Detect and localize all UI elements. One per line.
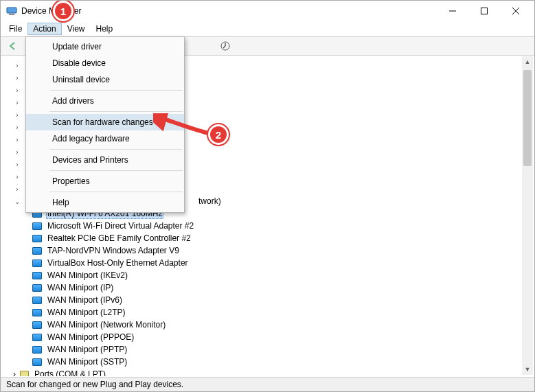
ports-icon xyxy=(20,371,29,377)
network-adapter-icon xyxy=(32,272,42,279)
close-button[interactable] xyxy=(500,1,532,21)
menu-separator xyxy=(49,90,183,91)
tree-item-label: Microsoft Wi-Fi Direct Virtual Adapter #… xyxy=(46,221,195,231)
tree-item-label: VirtualBox Host-Only Ethernet Adapter xyxy=(46,258,190,268)
menu-update-driver[interactable]: Update driver xyxy=(26,38,184,55)
chevron-right-icon: › xyxy=(13,124,21,131)
toolbar-icon[interactable] xyxy=(217,38,234,54)
tree-item-network-adapter[interactable]: WAN Miniport (IPv6) xyxy=(32,294,534,306)
annotation-callout-1: 1 xyxy=(53,1,73,21)
back-button[interactable] xyxy=(5,38,21,54)
tree-item-network-adapter[interactable]: Realtek PCIe GbE Family Controller #2 xyxy=(32,232,534,244)
tree-item-label: WAN Miniport (SSTP) xyxy=(46,357,128,367)
tree-item-network-adapter[interactable]: WAN Miniport (L2TP) xyxy=(32,306,534,319)
tree-item-label: WAN Miniport (IP) xyxy=(46,283,115,292)
annotation-callout-2: 2 xyxy=(208,124,229,145)
minimize-button[interactable] xyxy=(437,1,468,21)
menu-file[interactable]: File xyxy=(3,23,27,35)
chevron-right-icon: › xyxy=(13,62,21,69)
tree-node-ports[interactable]: › Ports (COM & LPT) xyxy=(13,368,534,376)
menu-bar: File Action View Help xyxy=(1,21,534,36)
network-adapter-icon xyxy=(32,284,42,292)
tree-item-network-adapter[interactable]: WAN Miniport (SSTP) xyxy=(32,356,534,368)
tree-item-network-adapter[interactable]: WAN Miniport (Network Monitor) xyxy=(32,319,534,331)
app-icon xyxy=(6,5,17,16)
menu-add-drivers[interactable]: Add drivers xyxy=(26,93,184,109)
chevron-right-icon: › xyxy=(13,136,21,143)
tree-item-label: WAN Miniport (Network Monitor) xyxy=(46,320,167,330)
tree-item-label: WAN Miniport (L2TP) xyxy=(46,308,127,317)
chevron-right-icon: › xyxy=(13,148,21,156)
tree-item-network-adapter[interactable]: VirtualBox Host-Only Ethernet Adapter xyxy=(32,257,534,269)
menu-separator xyxy=(49,192,183,192)
scroll-up-button[interactable]: ▲ xyxy=(522,56,533,67)
tree-item-label: TAP-NordVPN Windows Adapter V9 xyxy=(46,246,181,255)
annotation-arrow xyxy=(153,113,215,141)
network-adapter-icon xyxy=(32,346,42,354)
svg-rect-1 xyxy=(9,14,14,15)
menu-devices-and-printers[interactable]: Devices and Printers xyxy=(26,152,184,168)
vertical-scrollbar[interactable]: ▲ ▼ xyxy=(522,56,533,375)
network-adapter-icon xyxy=(32,235,42,242)
tree-item-network-adapter[interactable]: Microsoft Wi-Fi Direct Virtual Adapter #… xyxy=(32,220,534,232)
chevron-right-icon: › xyxy=(13,99,21,106)
chevron-down-icon: ⌄ xyxy=(13,198,21,205)
menu-view[interactable]: View xyxy=(62,23,91,35)
tree-item-network-adapter[interactable]: WAN Miniport (IP) xyxy=(32,281,534,294)
tree-item-label: WAN Miniport (PPPOE) xyxy=(46,332,135,342)
tree-item-network-adapter[interactable]: TAP-NordVPN Windows Adapter V9 xyxy=(32,244,534,257)
network-adapter-icon xyxy=(32,334,42,341)
menu-properties[interactable]: Properties xyxy=(26,173,184,189)
chevron-right-icon: › xyxy=(13,161,21,168)
tree-item-network-adapter[interactable]: WAN Miniport (IKEv2) xyxy=(32,269,534,281)
menu-action[interactable]: Action xyxy=(27,23,61,35)
scroll-down-button[interactable]: ▼ xyxy=(522,364,533,375)
menu-separator xyxy=(49,170,183,171)
chevron-right-icon: › xyxy=(13,87,21,94)
chevron-right-icon: › xyxy=(13,369,16,376)
tree-item-label: WAN Miniport (IPv6) xyxy=(46,295,124,305)
status-bar: Scan for changed or new Plug and Play de… xyxy=(1,377,534,391)
chevron-right-icon: › xyxy=(13,111,21,119)
maximize-button[interactable] xyxy=(468,1,500,21)
svg-rect-0 xyxy=(7,8,16,13)
network-adapter-icon xyxy=(32,222,42,230)
tree-node-label: Ports (COM & LPT) xyxy=(33,369,107,376)
menu-separator xyxy=(49,149,183,150)
menu-disable-device[interactable]: Disable device xyxy=(26,55,184,71)
tree-item-label: WAN Miniport (IKEv2) xyxy=(46,270,129,280)
title-bar: Device Manager xyxy=(1,1,534,21)
tree-item-label: Realtek PCIe GbE Family Controller #2 xyxy=(46,233,192,243)
network-adapter-icon xyxy=(32,297,42,304)
scroll-thumb[interactable] xyxy=(523,70,532,166)
status-text: Scan for changed or new Plug and Play de… xyxy=(6,380,183,389)
menu-help[interactable]: Help xyxy=(91,23,119,35)
network-adapter-icon xyxy=(32,260,42,267)
menu-uninstall-device[interactable]: Uninstall device xyxy=(26,71,184,88)
network-adapter-icon xyxy=(32,358,42,366)
tree-node-label-partial: twork) xyxy=(198,196,221,206)
chevron-right-icon: › xyxy=(13,185,21,193)
chevron-right-icon: › xyxy=(13,74,21,82)
network-adapter-icon xyxy=(32,309,42,316)
menu-help-item[interactable]: Help xyxy=(26,194,184,211)
chevron-right-icon: › xyxy=(13,173,21,181)
tree-item-network-adapter[interactable]: WAN Miniport (PPTP) xyxy=(32,343,534,356)
tree-item-network-adapter[interactable]: WAN Miniport (PPPOE) xyxy=(32,331,534,343)
menu-separator xyxy=(49,111,183,112)
network-adapter-icon xyxy=(32,247,42,255)
tree-item-label: WAN Miniport (PPTP) xyxy=(46,345,128,354)
svg-rect-3 xyxy=(481,8,488,14)
network-adapter-icon xyxy=(32,321,42,329)
